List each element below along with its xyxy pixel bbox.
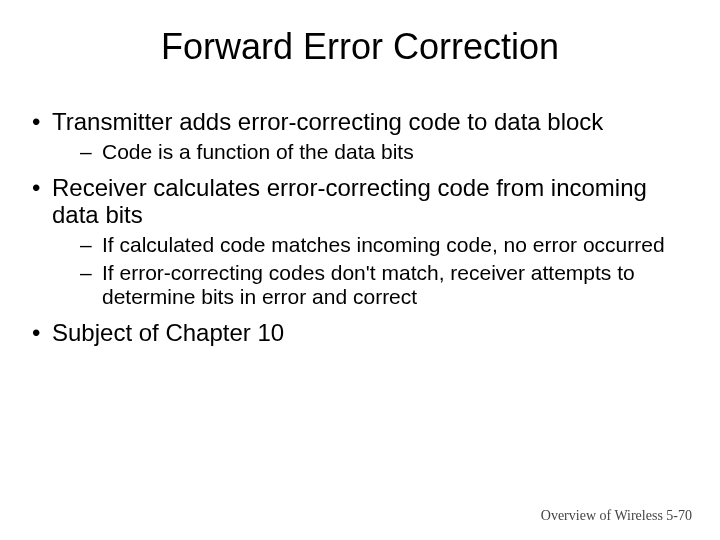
bullet-text: Transmitter adds error-correcting code t… [52,108,603,135]
sub-bullet-item: If calculated code matches incoming code… [52,233,692,257]
sub-bullet-text: Code is a function of the data bits [102,140,414,163]
bullet-item: Receiver calculates error-correcting cod… [28,174,692,310]
slide-footer: Overview of Wireless 5-70 [541,508,692,524]
bullet-text: Receiver calculates error-correcting cod… [52,174,647,229]
sub-bullet-text: If calculated code matches incoming code… [102,233,665,256]
bullet-item: Transmitter adds error-correcting code t… [28,108,692,164]
bullet-text: Subject of Chapter 10 [52,319,284,346]
slide-title: Forward Error Correction [28,26,692,68]
bullet-item: Subject of Chapter 10 [28,319,692,347]
sub-bullet-item: If error-correcting codes don't match, r… [52,261,692,309]
sub-bullet-list: Code is a function of the data bits [52,140,692,164]
sub-bullet-list: If calculated code matches incoming code… [52,233,692,309]
sub-bullet-item: Code is a function of the data bits [52,140,692,164]
bullet-list: Transmitter adds error-correcting code t… [28,108,692,347]
slide: Forward Error Correction Transmitter add… [0,0,720,540]
sub-bullet-text: If error-correcting codes don't match, r… [102,261,635,308]
